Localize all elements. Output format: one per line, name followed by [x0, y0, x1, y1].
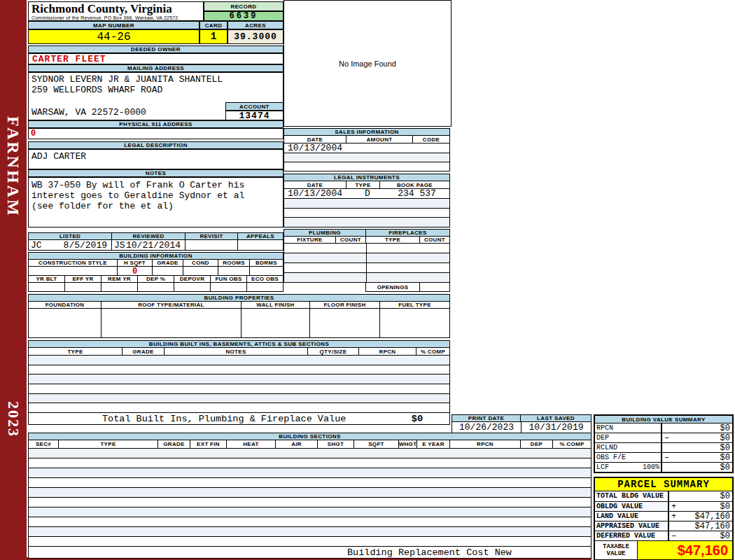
physical-911-address-label: PHYSICAL 911 ADDRESS — [28, 120, 284, 128]
acres-label: ACRES — [227, 21, 284, 29]
column-header: FUN OBS — [211, 276, 247, 282]
card-value: 1 — [200, 29, 227, 44]
column-header: FUEL TYPE — [380, 302, 449, 308]
listed-date: 8/5/2019 — [64, 240, 107, 251]
row-label: APPRAISED VALUE — [595, 522, 668, 531]
legal-description-label: LEGAL DESCRIPTION — [28, 141, 284, 149]
column-header: % COMP — [416, 348, 449, 355]
legal-instruments-title: LEGAL INSTRUMENTS — [284, 174, 450, 181]
row-label: DEFERRED VALUE — [595, 531, 668, 540]
column-header: TYPE — [366, 237, 420, 243]
row-label: OBLDG VALUE — [595, 502, 668, 511]
column-header: FIXTURE — [284, 237, 336, 243]
row-value: $0 — [720, 502, 730, 511]
column-header: COUNT — [420, 237, 449, 243]
column-header: GRADE — [158, 440, 190, 448]
reviewed-date: 10/21/2014 — [126, 240, 181, 251]
column-header: REM YR — [102, 276, 138, 282]
row-value: $0 — [720, 491, 730, 501]
county-title: Richmond County, Virginia — [31, 3, 200, 15]
row-label: RCLND — [595, 443, 661, 452]
legal-description-value: ADJ CARTER — [28, 149, 284, 169]
notes-line-1: WB 37-050 By will of Frank O Carter his — [31, 180, 280, 190]
row-label: OBS F/E — [595, 453, 661, 462]
column-header: BDRMS — [250, 260, 283, 266]
building-sections-empty-rows — [28, 449, 592, 547]
openings-label: OPENINGS — [365, 283, 420, 292]
row-value: $0 — [720, 443, 730, 452]
column-header: DEP % — [138, 276, 174, 282]
fireplace-openings-row: OPENINGS — [365, 283, 450, 292]
column-header: EXT FIN — [190, 440, 227, 448]
column-header: YR BLT — [29, 276, 65, 282]
print-info-headers: PRINT DATE LAST SAVED — [451, 414, 592, 422]
column-header: E YEAR — [417, 440, 450, 448]
column-header: FOUNDATION — [29, 302, 102, 308]
taxable-value-label: TAXABLE VALUE — [595, 541, 638, 559]
mailing-line-2: 259 WELLFORDS WHARF ROAD — [31, 85, 162, 95]
notes-box: WB 37-050 By will of Frank O Carter his … — [28, 177, 284, 227]
row-value: $0 — [720, 424, 730, 433]
column-header: DATE — [284, 181, 346, 188]
column-header: DATE — [284, 136, 346, 143]
row-sign: + — [671, 502, 676, 511]
summary-row: DEP – $0 — [595, 433, 732, 442]
sales-row-date: 10/13/2004 — [284, 144, 450, 153]
built-ins-empty-rows — [28, 356, 450, 413]
instrument-type: D — [351, 188, 384, 199]
building-sections-title: BUILDING SECTIONS — [28, 433, 592, 440]
built-ins-total-row: Total Built Ins, Plumbing & Fireplace Va… — [28, 413, 450, 425]
deeded-owner-label: DEEDED OWNER — [28, 46, 284, 53]
row-label: LCF — [596, 463, 609, 472]
building-information-title: BUILDING INFORMATION — [28, 252, 284, 260]
row-value: $47,160 — [695, 512, 730, 521]
row-value: $0 — [720, 453, 730, 462]
tax-year: 2023 — [4, 401, 22, 438]
column-header: ECO OBS — [247, 276, 283, 282]
print-date-label: PRINT DATE — [451, 414, 521, 422]
built-ins-title: BUILDING BUILT INS, BASEMENTS, ATTICS & … — [28, 340, 450, 348]
column-header: CONSTRUCTION STYLE — [29, 260, 118, 266]
built-ins-total-value: $0 — [412, 414, 423, 424]
row-label: TOTAL BLDG VALUE — [595, 491, 668, 501]
notes-label: NOTES — [28, 169, 284, 177]
parcel-summary: PARCEL SUMMARY TOTAL BLDG VALUE $0 OBLDG… — [594, 477, 734, 560]
record-label: RECORD — [204, 1, 284, 11]
column-header: AIR — [276, 440, 318, 448]
photo-panel: No Image Found — [284, 0, 451, 127]
building-information-values-2 — [28, 283, 284, 292]
summary-row: OBLDG VALUE + $0 — [595, 501, 732, 511]
column-header: FLOOR FINISH — [310, 302, 380, 308]
map-number-value: 44-26 — [28, 29, 200, 44]
column-header: DEP — [521, 440, 553, 448]
last-saved-value: 10/31/2019 — [522, 422, 591, 433]
column-header: TYPE — [29, 348, 122, 355]
property-record-card: FARNHAM 2023 Richmond County, Virginia C… — [0, 0, 735, 560]
built-ins-columns: TYPE GRADE NOTES QTY/SIZE RPCN % COMP — [28, 348, 450, 356]
card-label: CARD — [200, 21, 227, 29]
column-header: AMOUNT — [346, 136, 413, 143]
building-value-summary-title: BUILDING VALUE SUMMARY — [595, 416, 732, 424]
row-sign: – — [671, 531, 676, 540]
column-header: CODE — [413, 136, 449, 143]
instrument-date: 10/13/2004 — [284, 188, 351, 199]
column-header: TYPE — [346, 181, 380, 188]
summary-row: APPRAISED VALUE $47,160 — [595, 521, 732, 531]
record-value: 6639 — [204, 11, 284, 21]
deeded-owner-value: CARTER FLEET — [28, 53, 284, 64]
listed-by: JC — [31, 240, 42, 251]
column-header: COUNT — [336, 237, 366, 243]
column-header: SHGT — [318, 440, 354, 448]
district-name: FARNHAM — [4, 116, 22, 218]
instrument-book-page: 234 537 — [384, 188, 449, 199]
row-label: DEP — [595, 433, 661, 442]
notes-line-2: interest goes to Geraldine Sydnor et al — [31, 190, 280, 201]
built-ins-total-label: Total Built Ins, Plumbing & Fireplace Va… — [102, 414, 346, 424]
column-header: DEPOVR — [174, 276, 211, 282]
county-title-box: Richmond County, Virginia Commissioner o… — [28, 1, 204, 21]
appeals-label: APPEALS — [238, 233, 283, 239]
taxable-value: $47,160 — [638, 541, 732, 559]
map-number-label: MAP NUMBER — [28, 21, 200, 29]
print-info-values: 10/26/2023 10/31/2019 — [451, 422, 592, 433]
row-value: $0 — [720, 433, 730, 442]
